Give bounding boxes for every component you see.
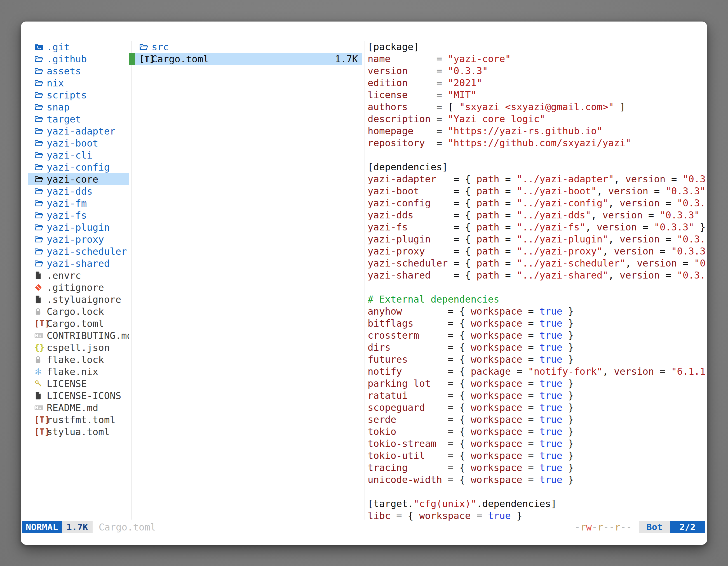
preview-line: crossterm = { workspace = true } bbox=[368, 329, 705, 341]
preview-line: [target."cfg(unix)".dependencies] bbox=[368, 498, 705, 510]
folder-icon bbox=[34, 115, 47, 123]
pane-separator-left bbox=[131, 41, 132, 520]
sidebar-item-yazi-scheduler[interactable]: yazi-scheduler bbox=[28, 245, 129, 257]
toml-icon: [T] bbox=[139, 53, 152, 65]
preview-line: yazi-boot = { path = "../yazi-boot", ver… bbox=[368, 185, 705, 197]
file-preview-pane[interactable]: [package]name = "yazi-core"version = "0.… bbox=[368, 41, 705, 522]
sidebar-item-snap[interactable]: snap bbox=[28, 101, 129, 113]
sidebar-item-envrc[interactable]: .envrc bbox=[28, 269, 129, 281]
sidebar-item-stylua-toml[interactable]: [T]stylua.toml bbox=[28, 426, 129, 438]
preview-line: tokio = { workspace = true } bbox=[368, 426, 705, 438]
item-label: yazi-fs bbox=[47, 210, 87, 221]
sidebar-item-yazi-shared[interactable]: yazi-shared bbox=[28, 257, 129, 269]
preview-line: bitflags = { workspace = true } bbox=[368, 317, 705, 329]
sidebar-item-cargo-lock[interactable]: Cargo.lock bbox=[28, 305, 129, 317]
folder-icon bbox=[34, 187, 47, 195]
cursor-bar bbox=[129, 53, 135, 65]
preview-line: edition = "2021" bbox=[368, 77, 705, 89]
preview-line: scopeguard = { workspace = true } bbox=[368, 401, 705, 414]
sidebar-item-cargo-toml[interactable]: [T]Cargo.toml bbox=[28, 317, 129, 329]
sidebar-item-styluaignore[interactable]: .styluaignore bbox=[28, 293, 129, 305]
folder-icon bbox=[139, 43, 152, 51]
preview-line: yazi-config = { path = "../yazi-config",… bbox=[368, 197, 705, 209]
item-label: yazi-proxy bbox=[47, 234, 104, 245]
preview-line: repository = "https://github.com/sxyazi/… bbox=[368, 137, 705, 149]
sidebar-item-gitignore[interactable]: .gitignore bbox=[28, 281, 129, 293]
item-label: .github bbox=[47, 53, 87, 65]
yazi-file-manager-window: .git.githubassetsnixscriptssnaptargetyaz… bbox=[21, 22, 707, 545]
item-label: yazi-dds bbox=[47, 186, 93, 197]
sidebar-item-flake-nix[interactable]: flake.nix bbox=[28, 365, 129, 377]
item-label: LICENSE bbox=[47, 378, 87, 389]
item-label: src bbox=[152, 41, 169, 53]
item-label: yazi-adapter bbox=[47, 126, 116, 137]
sidebar-item-github[interactable]: .github bbox=[28, 53, 129, 65]
parent-directory-pane[interactable]: .git.githubassetsnixscriptssnaptargetyaz… bbox=[28, 41, 129, 438]
sidebar-item-assets[interactable]: assets bbox=[28, 65, 129, 77]
file-row-cargo-toml[interactable]: [T]Cargo.toml1.7K bbox=[129, 53, 362, 65]
item-label: stylua.toml bbox=[47, 426, 110, 437]
sidebar-item-license-icons[interactable]: LICENSE-ICONS bbox=[28, 389, 129, 401]
sidebar-item-yazi-boot[interactable]: yazi-boot bbox=[28, 137, 129, 149]
sidebar-item-yazi-fm[interactable]: yazi-fm bbox=[28, 197, 129, 209]
sidebar-item-yazi-plugin[interactable]: yazi-plugin bbox=[28, 221, 129, 233]
current-directory-pane[interactable]: src[T]Cargo.toml1.7K bbox=[129, 41, 362, 65]
scroll-position-badge: Bot bbox=[639, 521, 670, 533]
sidebar-item-yazi-config[interactable]: yazi-config bbox=[28, 161, 129, 173]
sidebar-item-git[interactable]: .git bbox=[28, 41, 129, 53]
preview-line: license = "MIT" bbox=[368, 89, 705, 101]
lock-icon bbox=[34, 307, 47, 316]
file-icon bbox=[34, 391, 47, 400]
file-size-badge: 1.7K bbox=[62, 521, 93, 533]
preview-line: authors = [ "sxyazi <sxyazi@gmail.com>" … bbox=[368, 101, 705, 113]
toml-icon: [T] bbox=[34, 426, 47, 438]
item-label: LICENSE-ICONS bbox=[47, 390, 121, 401]
file-icon bbox=[34, 295, 47, 304]
sidebar-item-scripts[interactable]: scripts bbox=[28, 89, 129, 101]
item-label: flake.lock bbox=[47, 354, 104, 365]
item-label: snap bbox=[47, 102, 70, 113]
file-row-src[interactable]: src bbox=[129, 41, 362, 53]
sidebar-item-cspell-json[interactable]: {}cspell.json bbox=[28, 341, 129, 353]
preview-line: [package] bbox=[368, 41, 705, 53]
item-label: flake.nix bbox=[47, 366, 98, 377]
item-label: .git bbox=[47, 41, 70, 53]
item-label: yazi-shared bbox=[47, 258, 110, 269]
sidebar-item-license[interactable]: LICENSE bbox=[28, 377, 129, 389]
status-filename: Cargo.toml bbox=[99, 522, 156, 533]
sidebar-item-yazi-proxy[interactable]: yazi-proxy bbox=[28, 233, 129, 245]
sidebar-item-readme-md[interactable]: README.md bbox=[28, 401, 129, 414]
lock-icon bbox=[34, 355, 47, 364]
sidebar-item-rustfmt-toml[interactable]: [T]rustfmt.toml bbox=[28, 414, 129, 426]
braces-icon: {} bbox=[34, 341, 47, 353]
toml-icon: [T] bbox=[34, 414, 47, 426]
sidebar-item-yazi-fs[interactable]: yazi-fs bbox=[28, 209, 129, 221]
preview-line: parking_lot = { workspace = true } bbox=[368, 377, 705, 389]
sidebar-item-flake-lock[interactable]: flake.lock bbox=[28, 353, 129, 365]
item-label: README.md bbox=[47, 402, 98, 413]
folder-icon bbox=[34, 127, 47, 135]
item-label: nix bbox=[47, 78, 64, 89]
item-label: yazi-cli bbox=[47, 150, 93, 161]
item-label: yazi-config bbox=[47, 162, 110, 173]
pane-separator-right bbox=[365, 41, 365, 520]
preview-line: serde = { workspace = true } bbox=[368, 414, 705, 426]
preview-line: tokio-util = { workspace = true } bbox=[368, 450, 705, 462]
folder-icon bbox=[34, 248, 47, 255]
sidebar-item-nix[interactable]: nix bbox=[28, 77, 129, 89]
markdown-icon bbox=[34, 404, 47, 412]
sidebar-item-yazi-cli[interactable]: yazi-cli bbox=[28, 149, 129, 161]
item-label: Cargo.lock bbox=[47, 306, 104, 317]
item-size: 1.7K bbox=[335, 53, 362, 65]
sidebar-item-yazi-dds[interactable]: yazi-dds bbox=[28, 185, 129, 197]
sidebar-item-yazi-adapter[interactable]: yazi-adapter bbox=[28, 125, 129, 137]
preview-line: tracing = { workspace = true } bbox=[368, 462, 705, 474]
sidebar-item-target[interactable]: target bbox=[28, 113, 129, 125]
preview-line bbox=[368, 149, 705, 161]
preview-line: version = "0.3.3" bbox=[368, 65, 705, 77]
preview-line: futures = { workspace = true } bbox=[368, 353, 705, 365]
preview-line: yazi-fs = { path = "../yazi-fs", version… bbox=[368, 221, 705, 233]
sidebar-item-contributing-md[interactable]: CONTRIBUTING.md bbox=[28, 329, 129, 341]
sidebar-item-yazi-core[interactable]: yazi-core bbox=[28, 173, 129, 185]
folder-icon bbox=[34, 200, 47, 207]
